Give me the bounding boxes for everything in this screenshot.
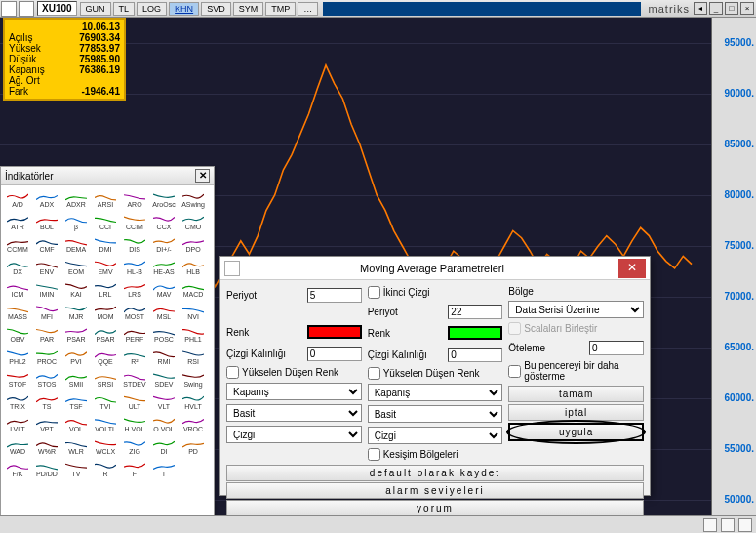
window-max-icon[interactable]: □: [725, 2, 738, 15]
indicator-item[interactable]: HL-B: [120, 257, 149, 279]
tab-tl[interactable]: TL: [113, 2, 136, 16]
scroll-right-icon[interactable]: [738, 518, 752, 532]
tab-khn[interactable]: KHN: [169, 2, 199, 16]
indicator-item[interactable]: F: [120, 459, 149, 481]
indicator-item[interactable]: TRIX: [3, 391, 32, 414]
window-min-icon[interactable]: _: [709, 2, 723, 15]
indicator-item[interactable]: ULT: [120, 391, 149, 414]
indicator-item[interactable]: DPO: [179, 234, 208, 257]
indicator-item[interactable]: PAR: [32, 324, 61, 347]
color-swatch-2[interactable]: [448, 326, 502, 340]
tab-svd[interactable]: SVD: [201, 2, 231, 16]
indicator-item[interactable]: CCIM: [120, 212, 149, 234]
indicator-item[interactable]: STDEV: [120, 369, 149, 391]
window-left-icon[interactable]: ◂: [694, 2, 707, 15]
style-select-1[interactable]: Çizgi: [226, 426, 362, 443]
indicator-item[interactable]: PD: [179, 436, 208, 459]
indicator-item[interactable]: ATR: [3, 212, 32, 234]
indicator-item[interactable]: DMI: [91, 234, 120, 257]
refresh-icon[interactable]: [721, 518, 735, 532]
indicator-item[interactable]: R: [91, 459, 120, 481]
alarm-levels-button[interactable]: alarm seviyeleri: [226, 482, 644, 499]
indicator-item[interactable]: RMI: [149, 347, 179, 369]
indicator-item[interactable]: CCMM: [3, 234, 32, 257]
second-line-checkbox[interactable]: [368, 286, 380, 299]
indicator-item[interactable]: ARSI: [91, 189, 120, 212]
source-select-2[interactable]: Kapanış: [368, 384, 503, 401]
indicator-item[interactable]: RSI: [179, 347, 208, 369]
indicator-item[interactable]: PSAR: [61, 324, 91, 347]
indicator-item[interactable]: PD/DD: [32, 459, 61, 481]
indicator-item[interactable]: DI+/-: [149, 234, 179, 257]
tab-more[interactable]: …: [298, 2, 318, 16]
indicator-item[interactable]: TV: [61, 459, 91, 481]
indicator-item[interactable]: PVI: [61, 347, 91, 369]
indicator-item[interactable]: LRL: [91, 279, 120, 302]
indicator-item[interactable]: MACD: [179, 279, 208, 302]
indicator-item[interactable]: VPT: [32, 414, 61, 436]
indicator-item[interactable]: ADXR: [61, 189, 91, 212]
indicator-item[interactable]: PSAR: [91, 324, 120, 347]
indicator-item[interactable]: HE-AS: [149, 257, 179, 279]
tab-tmp[interactable]: TMP: [265, 2, 296, 16]
indicator-item[interactable]: O.VOL: [149, 414, 179, 436]
indicator-item[interactable]: ZIG: [120, 436, 149, 459]
indicator-item[interactable]: IMIN: [32, 279, 61, 302]
indicator-item[interactable]: T: [149, 459, 179, 481]
indicator-item[interactable]: HLB: [179, 257, 208, 279]
indicator-item[interactable]: POSC: [149, 324, 179, 347]
indicator-item[interactable]: A/D: [3, 189, 32, 212]
rising-falling-checkbox-2[interactable]: [368, 367, 380, 380]
indicator-item[interactable]: SRSI: [91, 369, 120, 391]
apply-button[interactable]: uygula: [508, 423, 644, 441]
indicator-item[interactable]: EOM: [61, 257, 91, 279]
indicator-item[interactable]: ASwing: [179, 189, 208, 212]
indicator-item[interactable]: STOF: [3, 369, 32, 391]
indicator-item[interactable]: NVI: [179, 302, 208, 324]
indicator-item[interactable]: PROC: [32, 347, 61, 369]
scroll-left-icon[interactable]: [703, 518, 717, 532]
indicator-item[interactable]: CMO: [179, 212, 208, 234]
indicator-item[interactable]: MOM: [91, 302, 120, 324]
indicator-item[interactable]: VOL: [61, 414, 91, 436]
indicator-item[interactable]: EMV: [91, 257, 120, 279]
indicator-item[interactable]: TSF: [61, 391, 91, 414]
style-select-2[interactable]: Çizgi: [368, 427, 503, 444]
cancel-button[interactable]: iptal: [508, 404, 644, 421]
thickness-input-2[interactable]: [448, 348, 502, 362]
indicator-item[interactable]: SMII: [61, 369, 91, 391]
method-select-1[interactable]: Basit: [226, 404, 362, 422]
region-select[interactable]: Data Serisi Üzerine: [508, 301, 644, 318]
intersection-checkbox[interactable]: [368, 448, 380, 461]
indicator-item[interactable]: HVLT: [179, 391, 208, 414]
indicator-item[interactable]: SDEV: [149, 369, 179, 391]
indicator-item[interactable]: ADX: [32, 189, 61, 212]
indicator-item[interactable]: MOST: [120, 302, 149, 324]
indicator-item[interactable]: LVLT: [3, 414, 32, 436]
indicator-item[interactable]: MASS: [3, 302, 32, 324]
indicator-item[interactable]: QQE: [91, 347, 120, 369]
thickness-input-1[interactable]: [307, 347, 362, 361]
color-swatch-1[interactable]: [307, 325, 362, 339]
indicator-item[interactable]: DX: [3, 257, 32, 279]
dialog-close-icon[interactable]: ✕: [618, 259, 646, 278]
indicator-item[interactable]: WAD: [3, 436, 32, 459]
indicator-item[interactable]: Swing: [179, 369, 208, 391]
tab-gun[interactable]: GUN: [80, 2, 111, 16]
indicator-item[interactable]: CMF: [32, 234, 61, 257]
indicator-item[interactable]: BOL: [32, 212, 61, 234]
indicator-item[interactable]: MJR: [61, 302, 91, 324]
merge-scales-checkbox[interactable]: [508, 322, 521, 335]
indicator-item[interactable]: R²: [120, 347, 149, 369]
indicator-item[interactable]: VLT: [149, 391, 179, 414]
close-icon[interactable]: ✕: [195, 169, 210, 183]
period-input-1[interactable]: [307, 288, 362, 303]
indicator-item[interactable]: W%R: [32, 436, 61, 459]
indicator-item[interactable]: ARO: [120, 189, 149, 212]
indicator-item[interactable]: TVI: [91, 391, 120, 414]
indicator-item[interactable]: AroOsc: [149, 189, 179, 212]
indicator-item[interactable]: TS: [32, 391, 61, 414]
indicator-item[interactable]: MFI: [32, 302, 61, 324]
indicators-window[interactable]: İndikatörler ✕ A/DADXADXRARSIAROAroOscAS…: [0, 166, 215, 533]
indicator-item[interactable]: PERF: [120, 324, 149, 347]
